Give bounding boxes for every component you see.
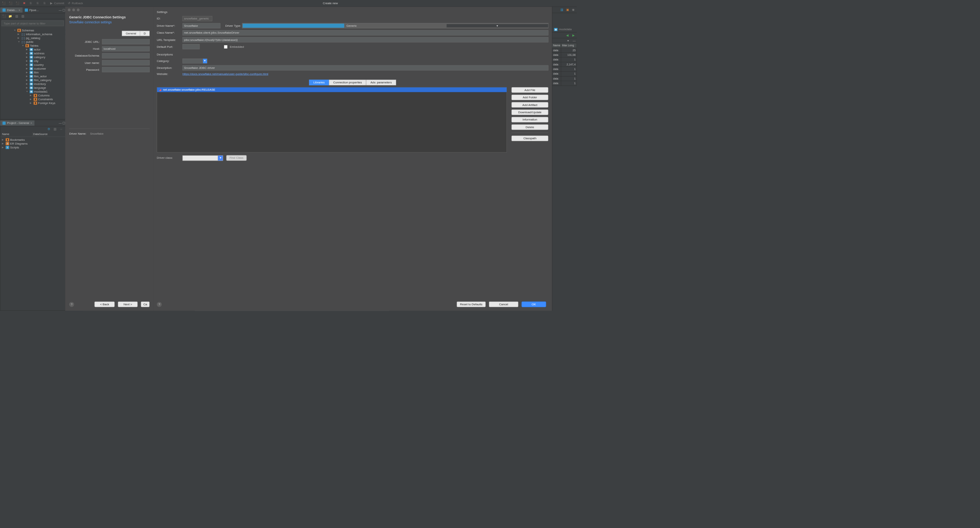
table-icon: ▦: [29, 55, 33, 59]
arrow-right-icon[interactable]: ▶: [571, 33, 575, 37]
paste-icon[interactable]: ▨: [21, 14, 25, 18]
plug-icon[interactable]: ⬛: [2, 1, 6, 5]
description-input[interactable]: [183, 65, 549, 71]
cancel-button[interactable]: Cancel: [489, 301, 518, 307]
table-row[interactable]: data1: [552, 67, 577, 72]
library-item[interactable]: ◢ net.snowflake:snowflake-jdbc:RELEASE: [157, 87, 506, 92]
globe-icon[interactable]: ◉: [571, 8, 575, 12]
table-row[interactable]: data1: [552, 81, 577, 86]
url-template-input[interactable]: [183, 37, 549, 42]
website-link[interactable]: https://docs.snowflake.net/manuals/user-…: [183, 72, 268, 76]
table-row[interactable]: data131,08: [552, 53, 577, 57]
connect-icon[interactable]: ⬛: [2, 14, 6, 18]
right-tab[interactable]: mockdata: [558, 28, 572, 31]
db-tree[interactable]: ▼▮Schemas ▶[::]information_schema ▶[::]p…: [0, 28, 65, 106]
rollback-button[interactable]: ↺Rollback: [67, 1, 83, 5]
database-input[interactable]: [102, 53, 150, 59]
tab-adv-parameters[interactable]: Adv. parameters: [366, 80, 396, 85]
commit-button[interactable]: ▶Commit: [49, 1, 64, 5]
ok-button[interactable]: OK: [521, 301, 546, 307]
tab-project[interactable]: Project - General×: [0, 121, 34, 126]
next-button[interactable]: Next >: [118, 301, 138, 307]
tree-item-bookmarks[interactable]: Bookmarks: [10, 138, 24, 142]
arrow-left-icon[interactable]: ◀: [565, 33, 570, 37]
label-website: Website:: [157, 72, 182, 76]
filter-input[interactable]: [2, 21, 64, 26]
tab-d[interactable]: D: [140, 31, 150, 36]
host-input[interactable]: [102, 46, 150, 52]
information-button[interactable]: Information: [511, 117, 549, 122]
reset-defaults-button[interactable]: Reset to Defaults: [457, 301, 486, 307]
close-icon[interactable]: [68, 8, 70, 11]
classpath-button[interactable]: Classpath: [511, 135, 549, 141]
tree-item-scripts[interactable]: Scripts: [10, 146, 19, 149]
maximize-icon[interactable]: ▢: [62, 8, 65, 12]
minimize-icon[interactable]: —: [58, 8, 61, 12]
table-row[interactable]: data1: [552, 57, 577, 62]
chevron-down-icon[interactable]: ▾: [446, 24, 548, 28]
download-update-button[interactable]: Download/Update: [511, 109, 549, 115]
table-icon: ▦: [29, 63, 33, 66]
minimize-icon[interactable]: —: [58, 121, 61, 125]
scripts-icon: ▮: [6, 146, 9, 149]
col-name[interactable]: Name: [552, 43, 561, 48]
default-port-input[interactable]: [183, 44, 200, 49]
cancel-button[interactable]: Ca: [141, 301, 150, 307]
close-icon[interactable]: ×: [19, 8, 20, 12]
chevron-down-icon[interactable]: ▾: [203, 59, 207, 64]
add-file-button[interactable]: Add File: [511, 87, 549, 93]
tool-icon[interactable]: ▣: [565, 8, 570, 12]
copy-icon[interactable]: ▧: [53, 127, 57, 131]
chevron-down-icon[interactable]: ▾: [218, 155, 223, 160]
tab-projects[interactable]: Прое...: [23, 7, 41, 13]
table-row[interactable]: data1: [552, 72, 577, 76]
category-select[interactable]: ▾: [183, 59, 207, 64]
libraries-list[interactable]: ◢ net.snowflake:snowflake-jdbc:RELEASE: [157, 87, 507, 153]
snowflake-link[interactable]: Snowflake connection settings: [69, 21, 150, 24]
username-input[interactable]: [102, 60, 150, 65]
gear-icon[interactable]: ⚙: [47, 127, 51, 131]
table-row[interactable]: data2,147,4: [552, 62, 577, 67]
jdbc-url-input[interactable]: [102, 39, 150, 44]
add-artifact-button[interactable]: Add Artifact: [511, 102, 549, 108]
folder-icon[interactable]: 📁: [8, 14, 13, 18]
tab-general[interactable]: General: [122, 31, 140, 36]
delete-button[interactable]: Delete: [511, 124, 549, 130]
project-header: Name DataSource: [0, 132, 65, 137]
maximize-icon[interactable]: ▢: [62, 121, 65, 125]
col-datasource[interactable]: DataSource: [33, 132, 64, 136]
col-name[interactable]: Name: [2, 132, 33, 136]
help-icon[interactable]: ?: [157, 302, 162, 307]
driver-name-input[interactable]: [183, 23, 220, 28]
tab-connection-properties[interactable]: Connection properties: [329, 80, 366, 85]
zoom-icon[interactable]: [77, 8, 80, 11]
label-default-port: Default Port:: [157, 45, 182, 49]
sql-icon[interactable]: ⎘: [42, 1, 47, 5]
plug-icon[interactable]: ⬛: [8, 1, 13, 5]
sql-icon[interactable]: ⎘: [29, 1, 33, 5]
embedded-checkbox[interactable]: [224, 45, 227, 48]
back-button[interactable]: < Back: [95, 301, 115, 307]
help-icon[interactable]: ?: [69, 302, 74, 307]
driver-class-select[interactable]: ▾: [183, 155, 223, 161]
add-folder-button[interactable]: Add Folder: [511, 95, 549, 100]
class-name-input[interactable]: [183, 30, 549, 36]
copy-icon[interactable]: ▧: [15, 14, 19, 18]
chevron-down-icon[interactable]: ▾: [566, 39, 570, 42]
plug-icon[interactable]: ⬛: [15, 1, 20, 5]
tree-item-er[interactable]: ER Diagrams: [10, 142, 27, 145]
table-row[interactable]: data1: [552, 77, 577, 81]
password-input[interactable]: [102, 67, 150, 72]
col-maxlen[interactable]: Max Leng: [561, 43, 577, 48]
minimize-icon[interactable]: —: [572, 39, 575, 42]
minimize-icon[interactable]: [72, 8, 75, 11]
driver-type-select[interactable]: Generic ▾: [242, 23, 548, 28]
sql-icon[interactable]: ⎘: [36, 1, 40, 5]
disconnect-icon[interactable]: ✖: [22, 1, 26, 5]
close-icon[interactable]: ×: [31, 121, 32, 125]
table-row[interactable]: data25: [552, 48, 577, 52]
tab-database[interactable]: Datab...×: [0, 7, 23, 13]
tab-libraries[interactable]: Libraries: [309, 80, 329, 85]
link-icon[interactable]: ↔: [59, 127, 64, 131]
panel-icon[interactable]: ▥: [560, 8, 564, 12]
